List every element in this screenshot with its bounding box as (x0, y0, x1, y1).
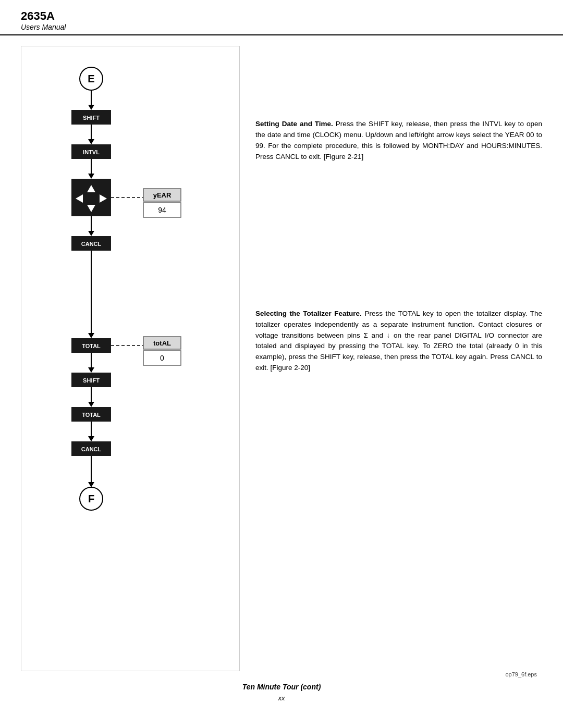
text-section-totalizer: Selecting the Totalizer Feature. Press t… (255, 309, 542, 374)
page-num-text: xx (278, 694, 285, 702)
file-ref: op79_6f.eps (0, 671, 563, 677)
text-area: Setting Date and Time. Press the SHIFT k… (255, 46, 542, 671)
btn-shift1-label[interactable]: SHIFT (83, 115, 100, 121)
btn-cancl2-label[interactable]: CANCL (81, 446, 102, 452)
btn-total1-label[interactable]: TOTAL (82, 343, 101, 349)
node-f-label: F (88, 493, 94, 504)
svg-marker-30 (88, 402, 94, 407)
year-value: 94 (158, 206, 166, 214)
heading-totalizer: Selecting the Totalizer Feature. (255, 310, 362, 317)
svg-marker-33 (88, 436, 94, 441)
svg-marker-27 (88, 367, 94, 373)
svg-marker-36 (88, 482, 94, 487)
page-title: 2635A (21, 9, 542, 23)
btn-cancl1-label[interactable]: CANCL (81, 241, 102, 247)
flowchart-svg: E SHIFT INTVL (34, 57, 227, 646)
svg-marker-8 (88, 174, 94, 179)
text-section-date-time: Setting Date and Time. Press the SHIFT k… (255, 119, 542, 163)
footer-caption: Ten Minute Tour (cont) (0, 677, 563, 694)
btn-shift2-label[interactable]: SHIFT (83, 377, 100, 384)
node-e-label: E (88, 73, 94, 84)
page-number: xx (0, 694, 563, 707)
footer-caption-text: Ten Minute Tour (cont) (242, 683, 321, 691)
btn-total2-label[interactable]: TOTAL (82, 412, 101, 418)
page-header: 2635A Users Manual (0, 0, 563, 35)
diagram-area: E SHIFT INTVL (21, 46, 240, 671)
heading-date-time: Setting Date and Time. (255, 120, 333, 128)
year-label: yEAR (153, 191, 172, 199)
svg-marker-2 (88, 105, 94, 110)
svg-marker-18 (88, 231, 94, 236)
total-value: 0 (160, 354, 164, 362)
text-totalizer-paragraph: Selecting the Totalizer Feature. Press t… (255, 309, 542, 374)
body-totalizer: Press the TOTAL key to open the totalize… (255, 310, 542, 372)
text-date-time-paragraph: Setting Date and Time. Press the SHIFT k… (255, 119, 542, 163)
btn-intvl-label[interactable]: INTVL (83, 149, 100, 155)
diagram-svg-wrap: E SHIFT INTVL (34, 57, 227, 648)
svg-marker-21 (88, 333, 94, 338)
total-label: totAL (153, 339, 171, 347)
page-subtitle: Users Manual (21, 23, 542, 31)
svg-marker-5 (88, 139, 94, 144)
